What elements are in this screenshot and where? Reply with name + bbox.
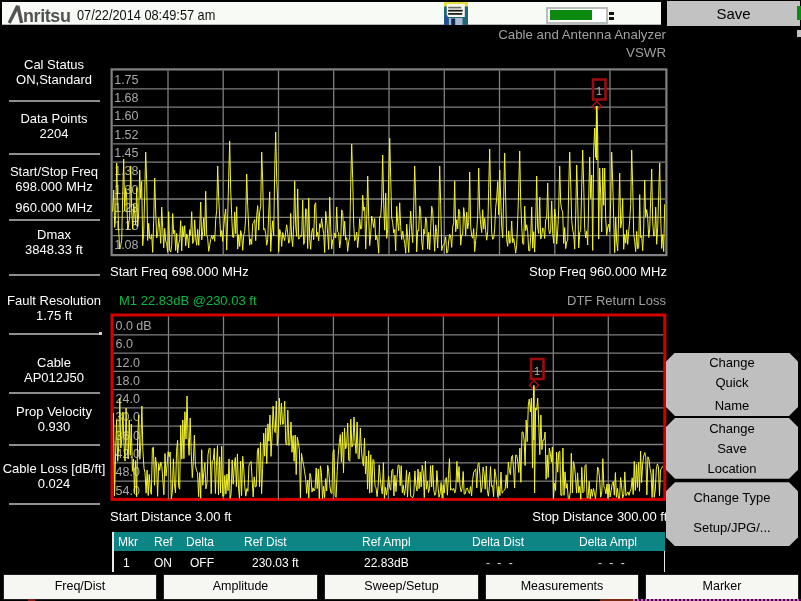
- svg-text:6.0: 6.0: [116, 337, 133, 351]
- svg-text:1: 1: [534, 365, 540, 377]
- svg-text:1.08: 1.08: [114, 238, 138, 252]
- svg-text:1.68: 1.68: [114, 91, 138, 105]
- svg-text:1.60: 1.60: [114, 109, 138, 123]
- svg-text:1.75: 1.75: [114, 73, 138, 87]
- svg-text:1.52: 1.52: [114, 128, 138, 142]
- svg-text:1.38: 1.38: [114, 164, 138, 178]
- svg-text:12.0: 12.0: [116, 356, 140, 370]
- svg-text:1: 1: [596, 85, 602, 97]
- svg-text:0.0 dB: 0.0 dB: [116, 319, 152, 333]
- svg-text:1.45: 1.45: [114, 146, 138, 160]
- svg-text:24.0: 24.0: [116, 392, 140, 406]
- svg-text:18.0: 18.0: [116, 374, 140, 388]
